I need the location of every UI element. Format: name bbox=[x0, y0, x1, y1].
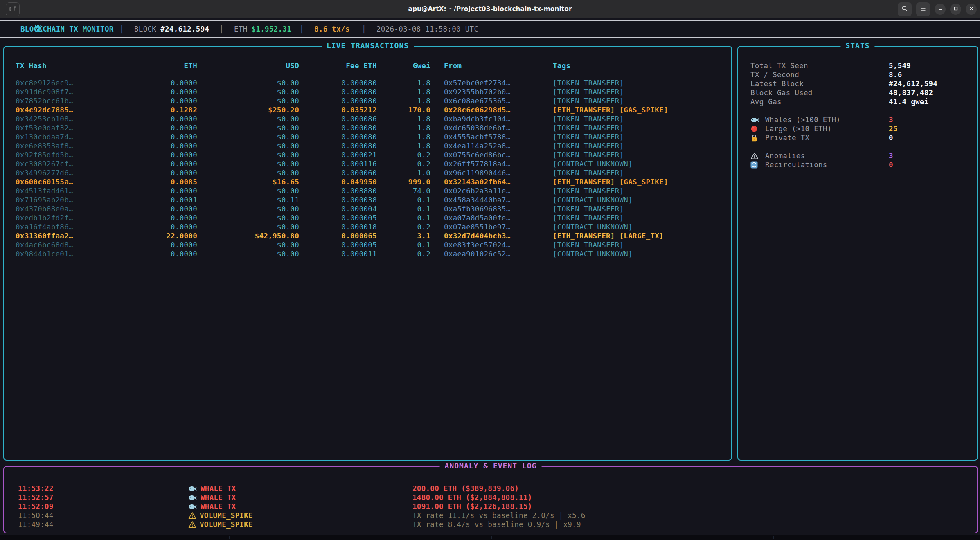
stat-counter-row: Private TX 0 bbox=[750, 133, 969, 142]
tx-fee-eth: 0.000065 bbox=[299, 232, 377, 241]
stat-value: 25 bbox=[889, 124, 969, 133]
recirculation-icon bbox=[750, 160, 765, 169]
stats-title: STATS bbox=[840, 41, 874, 50]
tx-fee-eth: 0.000080 bbox=[299, 142, 377, 151]
event-type: WHALE TX bbox=[201, 493, 236, 502]
tx-fee-eth: 0.049950 bbox=[299, 178, 377, 187]
transaction-row: 0xc8e9126ec9… 0.0000 $0.00 0.000080 1.8 … bbox=[12, 79, 725, 88]
tx-eth: 0.0085 bbox=[117, 178, 197, 187]
terminal-screen[interactable]: BLOCKCHAIN TX MONITOR │ BLOCK#24,612,594… bbox=[0, 18, 980, 540]
tx-usd: $0.00 bbox=[197, 205, 299, 214]
stat-counter-row: Large (>10 ETH) 25 bbox=[750, 124, 969, 133]
tx-gwei: 1.8 bbox=[377, 142, 430, 151]
stat-value: 8.6 bbox=[889, 70, 969, 79]
new-tab-icon bbox=[9, 5, 17, 14]
stat-label: Large (>10 ETH) bbox=[765, 124, 889, 133]
stat-counter-row: Whales (>100 ETH) 3 bbox=[750, 115, 969, 124]
header-separator: │ bbox=[219, 25, 224, 33]
tx-usd: $0.00 bbox=[197, 214, 299, 223]
tx-fee-eth: 0.000038 bbox=[299, 196, 377, 205]
transaction-row: 0x7852bcc61b… 0.0000 $0.00 0.000080 1.8 … bbox=[12, 97, 725, 106]
header-separator: │ bbox=[119, 25, 124, 33]
transaction-row: 0x130cbdaa74… 0.0000 $0.00 0.000080 1.8 … bbox=[12, 133, 725, 142]
tx-tags: [TOKEN_TRANSFER] bbox=[553, 151, 725, 160]
stat-label: Avg Gas bbox=[750, 97, 889, 106]
tx-eth: 0.0000 bbox=[117, 115, 197, 124]
tx-gwei: 1.8 bbox=[377, 115, 430, 124]
tx-gwei: 3.1 bbox=[377, 232, 430, 241]
close-button[interactable] bbox=[966, 4, 977, 15]
tx-fee-eth: 0.000011 bbox=[299, 250, 377, 259]
whale-icon bbox=[188, 494, 197, 501]
spacer bbox=[750, 106, 969, 115]
tx-tags: [TOKEN_TRANSFER] bbox=[553, 79, 725, 88]
tx-from-address: 0xdc65038de6bf… bbox=[430, 124, 553, 133]
transaction-row: 0x4370b88e0a… 0.0000 $0.00 0.000004 0.1 … bbox=[12, 205, 725, 214]
warning-icon bbox=[188, 512, 196, 519]
tx-hash: 0x4513fad461… bbox=[12, 187, 117, 196]
tx-hash: 0xf53e0daf32… bbox=[12, 124, 117, 133]
maximize-button[interactable] bbox=[950, 4, 961, 15]
event-detail: 1091.00 ETH ($2,126,188.15) bbox=[412, 502, 969, 511]
stat-row: Latest Block #24,612,594 bbox=[750, 79, 969, 88]
transaction-row: 0x600c60155a… 0.0085 $16.65 0.049950 999… bbox=[12, 178, 725, 187]
tx-hash: 0x7852bcc61b… bbox=[12, 97, 117, 106]
bottom-edge-strip bbox=[0, 535, 980, 540]
event-time: 11:52:57 bbox=[18, 493, 188, 502]
tx-tags: [ETH_TRANSFER] [GAS_SPIKE] bbox=[553, 106, 725, 115]
tx-usd: $0.00 bbox=[197, 142, 299, 151]
event-time: 11:52:09 bbox=[18, 502, 188, 511]
tx-tags: [ETH_TRANSFER] [GAS_SPIKE] bbox=[553, 178, 725, 187]
transaction-row: 0x34253cb108… 0.0000 $0.00 0.000086 1.8 … bbox=[12, 115, 725, 124]
transaction-row: 0x4c92dc7885… 0.1282 $250.20 0.035212 17… bbox=[12, 106, 725, 115]
tx-fee-eth: 0.000018 bbox=[299, 223, 377, 232]
tx-gwei: 1.8 bbox=[377, 97, 430, 106]
tx-fee-eth: 0.000080 bbox=[299, 79, 377, 88]
tx-hash: 0x600c60155a… bbox=[12, 178, 117, 187]
stats-panel: STATS Total TX Seen 5,549 TX / Second 8.… bbox=[737, 46, 978, 461]
tx-fee-eth: 0.000004 bbox=[299, 205, 377, 214]
stat-label: TX / Second bbox=[750, 70, 889, 79]
tx-fee-eth: 0.035212 bbox=[299, 106, 377, 115]
stat-value: #24,612,594 bbox=[889, 79, 969, 88]
search-button[interactable] bbox=[898, 2, 912, 16]
tx-gwei: 0.1 bbox=[377, 214, 430, 223]
tx-from-address: 0xba9dcb3fc104… bbox=[430, 115, 553, 124]
tx-eth: 0.0000 bbox=[117, 142, 197, 151]
warning-icon bbox=[188, 521, 196, 528]
menu-button[interactable] bbox=[916, 2, 930, 16]
tx-hash: 0x34996277d6… bbox=[12, 169, 117, 178]
tx-eth: 0.0000 bbox=[117, 151, 197, 160]
transaction-row: 0xc3089267cf… 0.0000 $0.00 0.000116 0.2 … bbox=[12, 160, 725, 169]
tx-fee-eth: 0.000116 bbox=[299, 160, 377, 169]
whale-icon bbox=[750, 115, 765, 124]
tx-eth: 0.0000 bbox=[117, 88, 197, 97]
tx-eth: 0.0000 bbox=[117, 214, 197, 223]
tx-from-address: 0x32143a02fb64… bbox=[430, 178, 553, 187]
tx-from-address: 0x4ea114a252a8… bbox=[430, 142, 553, 151]
tx-tags: [TOKEN_TRANSFER] bbox=[553, 124, 725, 133]
bottom-strip-mark bbox=[491, 536, 492, 539]
event-detail: 200.00 ETH ($389,839.06) bbox=[412, 484, 969, 493]
tx-gwei: 0.1 bbox=[377, 196, 430, 205]
header-timestamp: 2026-03-08 11:58:00 UTC bbox=[376, 25, 478, 33]
tx-tags: [TOKEN_TRANSFER] bbox=[553, 241, 725, 250]
tx-eth: 22.0000 bbox=[117, 232, 197, 241]
tx-tags: [CONTRACT_UNKNOWN] bbox=[553, 223, 725, 232]
new-tab-button[interactable] bbox=[6, 2, 20, 16]
block-value: #24,612,594 bbox=[160, 25, 209, 33]
stat-value: 0 bbox=[889, 160, 969, 169]
header-separator: │ bbox=[362, 25, 366, 33]
event-type-cell: WHALE TX bbox=[188, 484, 412, 493]
block-indicator: BLOCK#24,612,594 bbox=[134, 25, 209, 33]
event-time: 11:53:22 bbox=[18, 484, 188, 493]
live-transactions-panel: LIVE TRANSACTIONS TX Hash ETH USD Fee ET… bbox=[3, 46, 732, 461]
tx-gwei: 170.0 bbox=[377, 106, 430, 115]
transaction-row: 0x71695ab20b… 0.0001 $0.11 0.000038 0.1 … bbox=[12, 196, 725, 205]
minimize-button[interactable] bbox=[935, 4, 946, 15]
column-header-gwei: Gwei bbox=[377, 61, 430, 70]
stat-value: 3 bbox=[889, 115, 969, 124]
tx-hash: 0xedb1b2fd2f… bbox=[12, 214, 117, 223]
event-type-cell: WHALE TX bbox=[188, 502, 412, 511]
tx-usd: $16.65 bbox=[197, 178, 299, 187]
